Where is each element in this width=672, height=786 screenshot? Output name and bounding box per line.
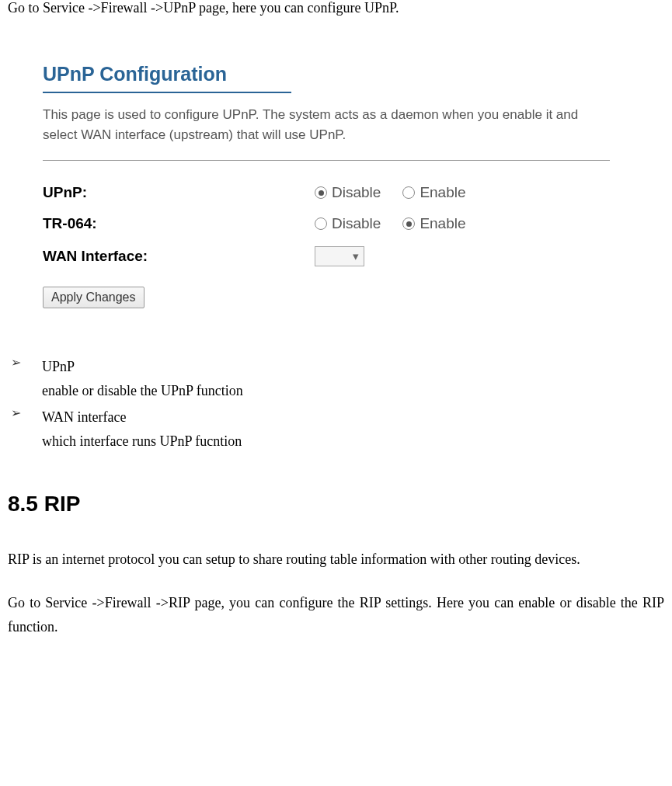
- radio-label: Enable: [420, 184, 465, 201]
- bullet-icon: ➢: [8, 405, 42, 453]
- radio-icon: [315, 217, 327, 230]
- wan-interface-row: WAN Interface: ▾: [43, 246, 629, 266]
- bullet-title: WAN interface: [42, 405, 242, 430]
- bullet-description: enable or disable the UPnP function: [42, 379, 243, 403]
- chevron-down-icon: ▾: [353, 249, 359, 263]
- wan-interface-select[interactable]: ▾: [315, 246, 364, 266]
- apply-changes-button[interactable]: Apply Changes: [43, 287, 144, 308]
- radio-label: Disable: [332, 215, 381, 232]
- tr064-disable-option[interactable]: Disable: [315, 215, 381, 232]
- radio-icon: [402, 217, 415, 230]
- list-item: ➢ WAN interface which interface runs UPn…: [8, 405, 664, 453]
- config-title: UPnP Configuration: [43, 63, 291, 93]
- upnp-label: UPnP:: [43, 184, 315, 201]
- bullet-description: which interface runs UPnP fucntion: [42, 430, 242, 454]
- tr064-enable-option[interactable]: Enable: [402, 215, 465, 232]
- intro-paragraph: Go to Service ->Firewall ->UPnP page, he…: [8, 0, 664, 16]
- upnp-row: UPnP: Disable Enable: [43, 184, 629, 201]
- rip-description-paragraph: RIP is an internet protocol you can setu…: [8, 548, 664, 572]
- radio-icon: [315, 186, 327, 199]
- tr064-label: TR-064:: [43, 215, 315, 232]
- rip-navigation-paragraph: Go to Service ->Firewall ->RIP page, you…: [8, 591, 664, 638]
- radio-label: Disable: [332, 184, 381, 201]
- upnp-disable-option[interactable]: Disable: [315, 184, 381, 201]
- radio-icon: [402, 186, 415, 199]
- bullet-icon: ➢: [8, 355, 42, 402]
- list-item: ➢ UPnP enable or disable the UPnP functi…: [8, 355, 664, 402]
- config-description: This page is used to configure UPnP. The…: [43, 105, 610, 161]
- wan-interface-label: WAN Interface:: [43, 248, 315, 265]
- bullet-list: ➢ UPnP enable or disable the UPnP functi…: [8, 355, 664, 453]
- upnp-enable-option[interactable]: Enable: [402, 184, 465, 201]
- bullet-title: UPnP: [42, 355, 243, 379]
- radio-label: Enable: [420, 215, 465, 232]
- section-heading-rip: 8.5 RIP: [8, 492, 664, 516]
- upnp-config-panel: UPnP Configuration This page is used to …: [12, 47, 660, 324]
- tr064-radio-group: Disable Enable: [315, 215, 488, 232]
- tr064-row: TR-064: Disable Enable: [43, 215, 629, 232]
- upnp-radio-group: Disable Enable: [315, 184, 488, 201]
